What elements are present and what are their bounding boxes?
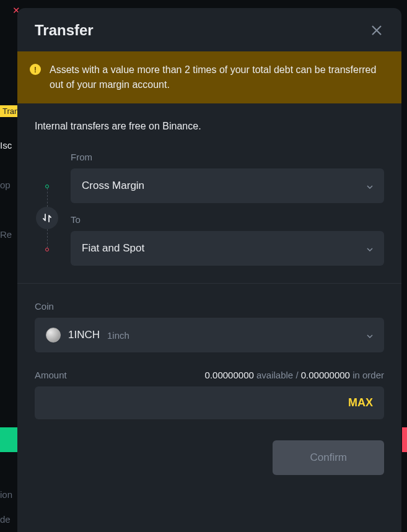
amount-input-wrap: MAX xyxy=(35,386,384,419)
warning-banner: ! Assets with a value more than 2 times … xyxy=(17,51,401,103)
coin-symbol: 1INCH xyxy=(68,329,100,341)
inorder-text: in order xyxy=(352,370,384,380)
bg-text: de xyxy=(0,514,11,525)
bg-text: op xyxy=(0,180,11,190)
from-label: From xyxy=(71,152,384,162)
max-button[interactable]: MAX xyxy=(348,396,373,409)
coin-label: Coin xyxy=(35,301,384,312)
bg-text: Isc xyxy=(0,140,12,150)
amount-input[interactable] xyxy=(46,398,348,409)
dotted-line xyxy=(47,188,48,207)
transfer-indicator xyxy=(35,152,59,266)
bg-decoration xyxy=(402,427,407,452)
coin-name: 1inch xyxy=(107,330,129,341)
modal-header: Transfer xyxy=(17,8,401,51)
bg-decoration xyxy=(0,427,19,452)
divider xyxy=(17,283,401,284)
bg-text: Re xyxy=(0,229,12,240)
bg-text: ion xyxy=(0,489,12,500)
from-value: Cross Margin xyxy=(82,180,144,192)
warning-icon: ! xyxy=(30,64,41,75)
to-value: Fiat and Spot xyxy=(82,242,144,255)
chevron-down-icon xyxy=(367,329,373,341)
coin-select[interactable]: 1INCH 1inch xyxy=(35,318,384,352)
confirm-button[interactable]: Confirm xyxy=(273,440,384,475)
transfer-modal: Transfer ! Assets with a value more than… xyxy=(17,8,401,532)
to-label: To xyxy=(71,214,384,225)
coin-icon xyxy=(46,328,61,342)
swap-icon xyxy=(42,213,52,223)
to-dot-icon xyxy=(45,248,49,251)
warning-text: Assets with a value more than 2 times of… xyxy=(50,63,387,92)
inorder-value: 0.00000000 xyxy=(301,370,350,380)
swap-button[interactable] xyxy=(36,207,58,229)
chevron-down-icon xyxy=(367,243,373,254)
info-text: Internal transfers are free on Binance. xyxy=(35,121,384,132)
close-icon xyxy=(371,25,382,36)
available-text: available / xyxy=(256,370,299,380)
chevron-down-icon xyxy=(367,180,373,191)
amount-info: 0.00000000 available / 0.00000000 in ord… xyxy=(205,370,384,380)
from-select[interactable]: Cross Margin xyxy=(71,168,384,203)
available-value: 0.00000000 xyxy=(205,370,254,380)
dotted-line xyxy=(47,229,48,248)
close-button[interactable] xyxy=(369,23,384,38)
modal-title: Transfer xyxy=(35,22,94,39)
to-select[interactable]: Fiat and Spot xyxy=(71,231,384,266)
amount-label: Amount xyxy=(35,370,67,380)
